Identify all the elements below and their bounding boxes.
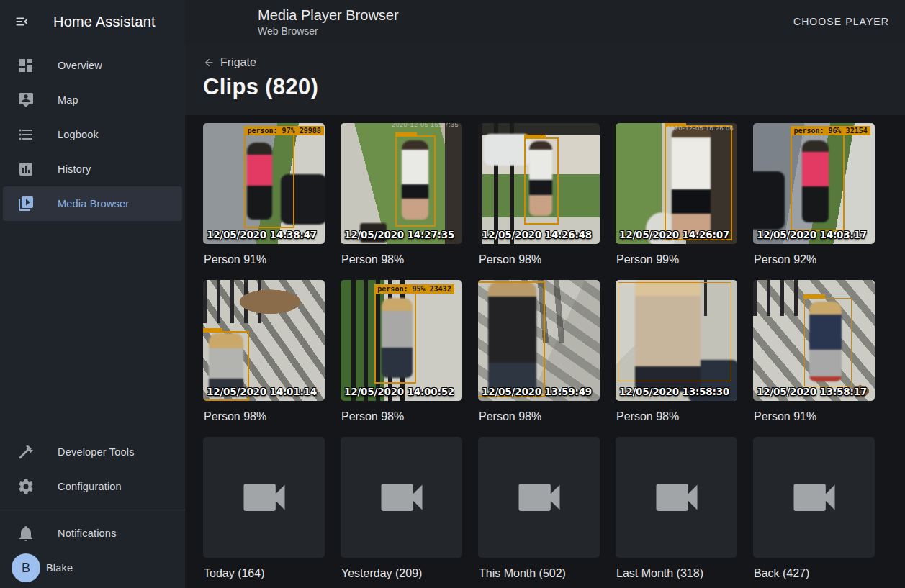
gear-icon xyxy=(17,478,35,495)
video-camera-icon xyxy=(374,470,429,525)
sidebar-item-label: History xyxy=(58,163,91,175)
folder-tile[interactable] xyxy=(341,437,462,558)
folder-item-yesterday: Yesterday (209) xyxy=(341,437,462,588)
clip-timestamp: 12/05/2020 14:27:35 xyxy=(344,229,454,240)
main-content: Frigate Clips (820) person: 97% 29988 12… xyxy=(185,43,905,588)
clip-timestamp: 12/05/2020 14:01:14 xyxy=(207,386,317,397)
clip-caption: Person 99% xyxy=(616,253,737,266)
folder-item-back: Back (427) xyxy=(753,437,875,588)
detection-label-chip xyxy=(524,135,546,139)
clip-item: 12/05/2020 14:01:14 Person 98% xyxy=(203,280,325,437)
detection-label: person: 97% 29988 xyxy=(244,126,323,135)
sidebar-item-configuration[interactable]: Configuration xyxy=(3,469,182,504)
video-camera-icon xyxy=(787,470,842,525)
sidebar-item-developer-tools[interactable]: Developer Tools xyxy=(3,435,182,469)
media-browser-icon xyxy=(17,195,35,212)
clip-item: person: 96% 32154 12/05/2020 14:03:17 Pe… xyxy=(753,123,875,280)
video-camera-icon xyxy=(237,470,292,525)
clip-item: person: 97% 29988 12/05/2020 14:38:47 Pe… xyxy=(203,123,325,280)
clip-timestamp: 12/05/2020 13:59:49 xyxy=(482,386,592,397)
clip-caption: Person 98% xyxy=(479,253,600,266)
page-title: Clips (820) xyxy=(203,74,905,100)
detection-bounding-box: person: 95% 23432 xyxy=(374,292,415,384)
folders-grid: Today (164) Yesterday (209) This Month (… xyxy=(203,437,875,588)
detection-bounding-box: person: 97% 29988 xyxy=(244,134,294,228)
sidebar-item-overview[interactable]: Overview xyxy=(3,48,182,83)
detection-label-chip xyxy=(803,294,825,299)
clips-grid: person: 97% 29988 12/05/2020 14:38:47 Pe… xyxy=(203,123,875,437)
clip-item: 12/05/2020 13:58:17 Person 91% xyxy=(753,280,875,437)
sidebar-item-label: Configuration xyxy=(58,481,122,492)
detection-bounding-box xyxy=(395,135,436,227)
page-header-subtitle: Web Browser xyxy=(258,25,399,37)
choose-player-button[interactable]: CHOOSE PLAYER xyxy=(788,10,895,33)
scene-object xyxy=(484,134,530,166)
clip-thumbnail[interactable]: 12/05/2020 14:26:48 xyxy=(478,123,600,244)
folder-caption: This Month (502) xyxy=(479,567,600,580)
clip-thumbnail[interactable]: 12/05/2020 14:01:14 xyxy=(203,280,325,401)
app-header: Home Assistant Media Player Browser Web … xyxy=(0,0,905,43)
clip-caption: Person 98% xyxy=(479,410,600,423)
clip-timestamp: 12/05/2020 14:03:17 xyxy=(757,229,867,240)
sidebar-item-map[interactable]: Map xyxy=(3,83,182,117)
detection-bounding-box xyxy=(618,282,731,381)
page-header-title: Media Player Browser xyxy=(258,7,399,24)
chart-icon xyxy=(17,160,35,178)
camera-osd-timestamp: 2020-12-05 16:27:35 xyxy=(392,123,459,128)
clip-timestamp: 12/05/2020 13:58:30 xyxy=(619,386,729,397)
detection-bounding-box xyxy=(478,281,545,397)
toolbar: Media Player Browser Web Browser CHOOSE … xyxy=(185,0,905,43)
media-browser-header: Frigate Clips (820) xyxy=(185,43,905,115)
clip-thumbnail[interactable]: 12/05/2020 13:59:49 xyxy=(478,280,600,401)
clip-thumbnail[interactable]: 2020-12-05 16:26:06 12/05/2020 14:26:07 xyxy=(616,123,737,244)
sidebar-item-media-browser[interactable]: Media Browser xyxy=(3,186,182,221)
sidebar-divider xyxy=(0,510,185,510)
sidebar-item-logbook[interactable]: Logbook xyxy=(3,117,182,152)
detection-label-chip xyxy=(395,132,417,137)
clip-timestamp: 12/05/2020 13:58:17 xyxy=(757,386,867,397)
clip-thumbnail[interactable]: 12/05/2020 13:58:30 xyxy=(616,280,737,401)
clip-thumbnail[interactable]: person: 95% 23432 12/05/2020 14:00:52 xyxy=(341,280,462,401)
clip-thumbnail[interactable]: 12/05/2020 13:58:17 xyxy=(753,280,875,401)
clip-item: 12/05/2020 13:58:30 Person 98% xyxy=(616,280,737,437)
clip-timestamp: 12/05/2020 14:38:47 xyxy=(207,229,317,240)
dashboard-icon xyxy=(17,57,35,74)
clip-timestamp: 12/05/2020 14:26:07 xyxy=(619,229,729,240)
sidebar: Overview Map Logbook History Media Brows… xyxy=(0,43,185,588)
detection-label-chip xyxy=(203,328,222,333)
detection-bounding-box xyxy=(804,298,852,386)
map-person-icon xyxy=(17,91,35,109)
video-camera-icon xyxy=(512,470,567,525)
folder-tile[interactable] xyxy=(203,437,325,558)
sidebar-item-history[interactable]: History xyxy=(3,152,182,186)
folder-tile[interactable] xyxy=(753,437,875,558)
profile-name: Blake xyxy=(46,562,73,574)
clip-thumbnail[interactable]: person: 96% 32154 12/05/2020 14:03:17 xyxy=(753,123,875,244)
camera-osd-timestamp: 2020-12-05 16:26:06 xyxy=(667,125,734,132)
sidebar-profile[interactable]: B Blake xyxy=(3,551,182,585)
folder-caption: Yesterday (209) xyxy=(341,567,462,580)
sidebar-toggle-button[interactable] xyxy=(7,7,36,36)
clip-thumbnail[interactable]: 2020-12-05 16:27:35 12/05/2020 14:27:35 xyxy=(341,123,462,244)
back-arrow-icon xyxy=(203,57,215,68)
detection-bounding-box: person: 96% 32154 xyxy=(791,134,844,230)
sidebar-item-label: Developer Tools xyxy=(58,446,135,458)
clip-timestamp: 12/05/2020 14:00:52 xyxy=(344,386,454,397)
folder-tile[interactable] xyxy=(478,437,600,558)
breadcrumb[interactable]: Frigate xyxy=(203,56,256,69)
folder-tile[interactable] xyxy=(616,437,737,558)
menu-collapse-icon xyxy=(14,14,30,30)
clip-caption: Person 98% xyxy=(616,410,737,423)
clips-scroll-area[interactable]: person: 97% 29988 12/05/2020 14:38:47 Pe… xyxy=(185,115,905,588)
hammer-icon xyxy=(17,443,35,461)
detection-bounding-box xyxy=(665,125,733,240)
folder-caption: Back (427) xyxy=(754,567,875,580)
avatar: B xyxy=(12,553,40,582)
clip-thumbnail[interactable]: person: 97% 29988 12/05/2020 14:38:47 xyxy=(203,123,325,244)
sidebar-item-notifications[interactable]: Notifications xyxy=(3,516,182,551)
detection-label: person: 95% 23432 xyxy=(374,284,454,294)
folder-caption: Today (164) xyxy=(204,567,325,580)
clip-caption: Person 92% xyxy=(754,253,875,266)
clip-item: 2020-12-05 16:27:35 12/05/2020 14:27:35 … xyxy=(341,123,462,280)
sidebar-item-label: Media Browser xyxy=(58,198,129,209)
